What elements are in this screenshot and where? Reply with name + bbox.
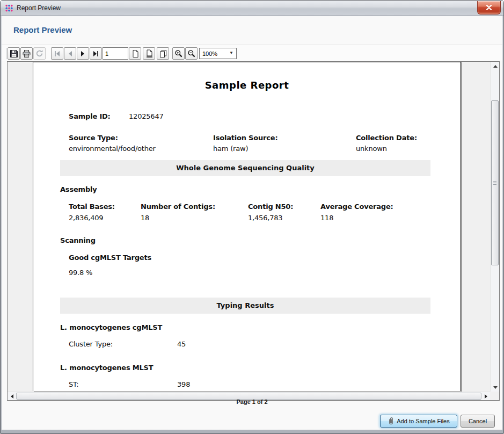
close-icon: [486, 5, 492, 10]
zoom-level-value: 100%: [202, 50, 217, 57]
page-width-icon: [145, 49, 154, 58]
scroll-down-button[interactable]: [491, 383, 500, 392]
contig-n50-label: Contig N50:: [248, 202, 293, 211]
paperclip-icon: [388, 417, 394, 425]
scroll-up-button[interactable]: [491, 62, 500, 70]
whole-page-icon: [131, 49, 140, 58]
refresh-icon: [35, 49, 43, 57]
mlst-heading: L. monocytogenes MLST: [60, 364, 153, 372]
add-to-sample-files-button[interactable]: Add to Sample Files: [380, 415, 457, 428]
number-of-contigs-label: Number of Contigs:: [141, 202, 215, 211]
save-button[interactable]: [8, 47, 20, 60]
cancel-label: Cancel: [469, 418, 487, 424]
cgmlst-heading: L. monocytogenes cgMLST: [60, 323, 162, 331]
close-button[interactable]: [477, 1, 501, 15]
last-page-icon: [92, 50, 99, 57]
wgs-quality-banner: Whole Genome Sequencing Quality: [60, 160, 430, 176]
typing-results-banner: Typing Results: [60, 298, 430, 314]
previous-page-button[interactable]: [64, 47, 76, 60]
zoom-in-icon: [174, 49, 183, 58]
arrow-left-icon: [11, 394, 13, 399]
isolation-source-label: Isolation Source:: [213, 134, 277, 142]
total-bases-value: 2,836,409: [69, 214, 103, 222]
print-button[interactable]: [20, 47, 33, 60]
zoom-out-icon: [187, 49, 196, 58]
titlebar[interactable]: Report Preview: [1, 1, 503, 16]
first-page-icon: [54, 50, 61, 57]
arrow-up-icon: [493, 65, 498, 68]
zoom-out-button[interactable]: [185, 47, 198, 60]
vertical-scrollbar-thumb[interactable]: [491, 100, 499, 265]
save-icon: [10, 49, 18, 58]
good-cgmlst-targets-label: Good cgMLST Targets: [69, 254, 151, 262]
source-type-label: Source Type:: [69, 134, 118, 142]
multi-page-view-button[interactable]: [157, 47, 169, 60]
total-bases-label: Total Bases:: [69, 202, 115, 211]
cluster-type-label: Cluster Type:: [69, 340, 113, 348]
previous-page-icon: [67, 50, 74, 57]
whole-page-view-button[interactable]: [129, 47, 141, 60]
preview-panel: Sample Report Sample ID: 12025647 Source…: [7, 61, 500, 401]
average-coverage-value: 118: [320, 214, 333, 222]
st-value: 398: [177, 380, 190, 388]
st-label: ST:: [69, 380, 79, 388]
window-title: Report Preview: [17, 4, 61, 12]
next-page-icon: [79, 50, 86, 57]
add-to-sample-files-label: Add to Sample Files: [397, 418, 449, 424]
print-icon: [22, 49, 31, 58]
page-width-view-button[interactable]: [143, 47, 155, 60]
toolbar: 100% ▼: [2, 45, 502, 61]
source-type-value: environmental/food/other: [69, 144, 156, 153]
sample-id-label: Sample ID:: [69, 112, 111, 120]
next-page-button[interactable]: [77, 47, 89, 60]
good-cgmlst-targets-value: 99.8 %: [69, 269, 92, 277]
last-page-button[interactable]: [90, 47, 102, 60]
report-title: Sample Report: [33, 79, 461, 91]
sample-id-value: 12025647: [129, 112, 164, 120]
chevron-down-icon: ▼: [229, 50, 233, 55]
report-preview-window: Report Preview Report Preview: [0, 0, 504, 434]
refresh-button[interactable]: [33, 47, 46, 60]
vertical-scrollbar[interactable]: [490, 62, 499, 392]
arrow-right-icon: [485, 394, 487, 399]
collection-date-label: Collection Date:: [356, 134, 417, 142]
first-page-button[interactable]: [51, 47, 63, 60]
collection-date-value: unknown: [356, 144, 387, 153]
report-page: Sample Report Sample ID: 12025647 Source…: [33, 62, 461, 391]
multi-page-icon: [159, 49, 167, 58]
page-status: Page 1 of 2: [1, 399, 503, 405]
page-title: Report Preview: [13, 25, 72, 34]
assembly-heading: Assembly: [60, 185, 97, 193]
number-of-contigs-value: 18: [141, 214, 149, 222]
page-number-input[interactable]: [103, 47, 128, 60]
isolation-source-value: ham (raw): [213, 144, 248, 153]
cancel-button[interactable]: Cancel: [461, 415, 495, 428]
zoom-level-combobox[interactable]: 100% ▼: [199, 48, 237, 59]
scanning-heading: Scanning: [60, 236, 96, 244]
contig-n50-value: 1,456,783: [248, 214, 282, 222]
arrow-down-icon: [493, 386, 498, 389]
zoom-in-button[interactable]: [172, 47, 185, 60]
app-icon: [5, 4, 13, 12]
average-coverage-label: Average Coverage:: [320, 202, 393, 211]
cluster-type-value: 45: [177, 340, 186, 348]
